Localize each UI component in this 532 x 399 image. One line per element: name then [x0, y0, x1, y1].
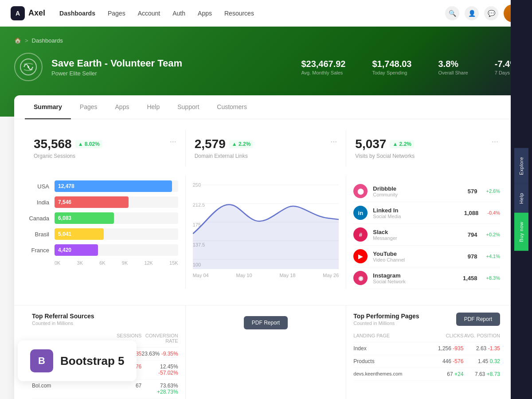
bar-inner: 5,041 — [55, 228, 104, 240]
stat-monthly-sales: $23,467.92 Avg. Monthly Sales — [301, 59, 345, 75]
metric-more-links[interactable]: ··· — [330, 137, 337, 151]
social-row: ◉ Instagram Social Network 1,458 +8.3% — [353, 267, 500, 289]
bar-axis: 0K3K6K9K12K15K — [25, 260, 178, 266]
table-row: Products 446 -576 1.45 0.32 — [353, 355, 500, 368]
social-icon-instagram: ◉ — [353, 271, 368, 285]
tab-support[interactable]: Support — [168, 95, 208, 119]
bar-value: 5,041 — [58, 231, 71, 237]
metric-number-social: 5,037 ▲ 2.2% — [355, 137, 414, 151]
social-change: -0.4% — [487, 210, 500, 215]
search-button[interactable]: 🔍 — [445, 6, 459, 20]
metric-organic-sessions: 35,568 ▲ 8.02% ··· Organic Sessions — [25, 130, 186, 166]
tab-help[interactable]: Help — [138, 95, 168, 119]
top-navigation: A Axel Dashboards Pages Account Auth App… — [0, 0, 532, 27]
social-name: Instagram — [373, 272, 405, 279]
social-count: 978 — [468, 253, 477, 260]
bar-country-label: India — [25, 199, 49, 206]
social-change: +2.6% — [486, 188, 500, 194]
social-icon-youtube: ▶ — [353, 249, 368, 263]
buy-now-button[interactable]: Buy now — [514, 213, 528, 251]
nav-pages[interactable]: Pages — [108, 10, 125, 17]
tab-apps[interactable]: Apps — [106, 95, 138, 119]
social-info: YouTube Video Channel — [373, 250, 405, 262]
logo-icon: A — [11, 6, 25, 20]
table-row: Index 1,256 -935 2.63 -1.35 — [353, 342, 500, 355]
social-info: Instagram Social Network — [373, 272, 405, 284]
country-bar-chart: USA 12,478 India 7,546 Canada — [25, 180, 178, 266]
metrics-row: 35,568 ▲ 8.02% ··· Organic Sessions 2,57… — [14, 119, 518, 166]
metric-external-links: 2,579 ▲ 2.2% ··· Domain External Links — [186, 130, 347, 166]
social-info: Slack Messanger — [373, 229, 397, 241]
referral-subtitle: Counted in Millions — [32, 321, 178, 326]
bar-outer: 5,041 — [55, 228, 178, 240]
social-info: Linked In Social Media — [373, 207, 401, 219]
hero-subtitle: Power Elite Seller — [51, 70, 182, 77]
logo-area[interactable]: A Axel — [11, 6, 45, 20]
nav-dashboards[interactable]: Dashboards — [59, 10, 95, 17]
stat-label-spending: Today Spending — [372, 70, 412, 75]
social-name: Dribbble — [373, 185, 398, 192]
explore-button[interactable]: Explore — [514, 148, 528, 184]
social-change: +0.2% — [486, 232, 500, 237]
social-count: 579 — [468, 188, 477, 195]
brand-name: Axel — [28, 8, 45, 18]
notifications-button[interactable]: 👤 — [465, 6, 479, 20]
metric-label-sessions: Organic Sessions — [34, 153, 176, 159]
bar-row: India 7,546 — [25, 196, 178, 208]
social-row: ⬤ Dribbble Community 579 +2.6% — [353, 180, 500, 202]
metric-more-sessions[interactable]: ··· — [170, 137, 176, 151]
hero-logo — [14, 53, 43, 81]
bar-inner: 7,546 — [55, 196, 129, 208]
tab-bar: Summary Pages Apps Help Support Customer… — [14, 95, 518, 119]
bar-value: 4,420 — [58, 247, 71, 253]
referral-title: Top Referral Sources — [32, 313, 178, 320]
line-chart-section: 250 212.5 175 137.5 100 — [186, 175, 347, 289]
bar-row: France 4,420 — [25, 244, 178, 256]
metric-label-social: Visits by Social Networks — [355, 153, 498, 159]
metric-more-social[interactable]: ··· — [492, 137, 498, 151]
bootstrap-watermark: B Bootstrap 5 — [18, 340, 137, 381]
bar-row: USA 12,478 — [25, 180, 178, 192]
nav-account[interactable]: Account — [138, 10, 160, 17]
nav-resources[interactable]: Resources — [224, 10, 254, 17]
bar-row: Canada 6,083 — [25, 212, 178, 224]
breadcrumb-separator: > — [25, 37, 28, 44]
stat-label-sales: Avg. Monthly Sales — [301, 70, 345, 75]
hero-text: Save Earth - Volunteer Team Power Elite … — [51, 58, 182, 77]
bar-inner: 6,083 — [55, 212, 114, 224]
tab-summary[interactable]: Summary — [25, 95, 71, 119]
metric-social-visits: 5,037 ▲ 2.2% ··· Visits by Social Networ… — [346, 130, 507, 166]
social-name: Linked In — [373, 207, 401, 214]
social-change: +4.1% — [486, 254, 500, 259]
bar-value: 12,478 — [58, 183, 74, 189]
social-icon-slack: # — [353, 227, 368, 242]
hero-title: Save Earth - Volunteer Team — [51, 58, 182, 69]
stat-value-sales: $23,467.92 — [301, 59, 345, 69]
bar-outer: 7,546 — [55, 196, 178, 208]
metric-number-sessions: 35,568 ▲ 8.02% — [34, 137, 102, 151]
right-panel: Explore Help Buy now — [511, 0, 532, 399]
tab-customers[interactable]: Customers — [208, 95, 256, 119]
nav-apps[interactable]: Apps — [198, 10, 212, 17]
social-type: Messanger — [373, 235, 397, 241]
charts-grid: USA 12,478 India 7,546 Canada — [14, 166, 518, 298]
pdf-report-button[interactable]: PDF Report — [456, 313, 500, 326]
social-network-list: ⬤ Dribbble Community 579 +2.6% in Linked… — [353, 180, 500, 289]
nav-links: Dashboards Pages Account Auth Apps Resou… — [59, 10, 445, 17]
stat-overall-share: 3.8% Overall Share — [438, 59, 468, 75]
messages-button[interactable]: 💬 — [484, 6, 498, 20]
performing-subtitle: Counted in Millions — [353, 321, 419, 326]
social-name: Slack — [373, 229, 397, 235]
help-panel-button[interactable]: Help — [514, 184, 528, 213]
bar-inner: 12,478 — [55, 180, 172, 192]
hero-stats: $23,467.92 Avg. Monthly Sales $1,748.03 … — [301, 59, 518, 75]
social-change: +8.3% — [486, 275, 500, 281]
stat-value-share: 3.8% — [438, 59, 468, 69]
table-row: Bol.com 67 73.63% +28.73% — [32, 379, 178, 399]
social-info: Dribbble Community — [373, 185, 398, 197]
tab-pages[interactable]: Pages — [71, 95, 106, 119]
social-type: Social Media — [373, 214, 401, 219]
pdf-report-button-middle[interactable]: PDF Report — [244, 316, 288, 329]
nav-auth[interactable]: Auth — [172, 10, 185, 17]
bar-row: Brasil 5,041 — [25, 228, 178, 240]
